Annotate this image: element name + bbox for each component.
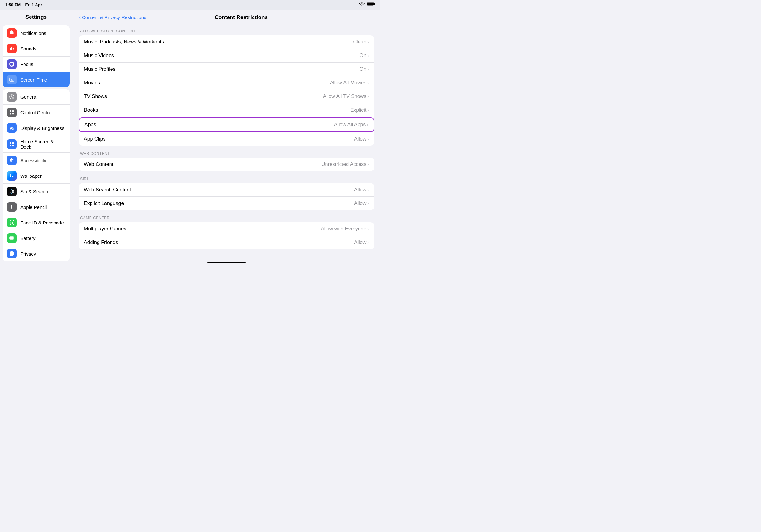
sidebar-item-control[interactable]: Control Centre [3, 105, 70, 120]
chevron-right-icon: › [367, 122, 369, 127]
battery-icon-sidebar [7, 233, 17, 243]
settings-row-addingfriends[interactable]: Adding Friends Allow › [79, 236, 374, 249]
accessibility-icon [7, 156, 17, 165]
svg-point-20 [12, 190, 14, 193]
sidebar-item-siri[interactable]: Siri & Search [3, 184, 70, 199]
focus-icon [7, 59, 17, 69]
control-icon [7, 108, 17, 117]
chevron-right-icon: › [368, 94, 369, 99]
content-header: ‹ Content & Privacy Restrictions Content… [72, 10, 380, 24]
svg-rect-31 [14, 238, 15, 239]
svg-rect-15 [12, 145, 14, 146]
settings-row-tvshows[interactable]: TV Shows Allow All TV Shows › [79, 90, 374, 103]
home-bar [207, 262, 246, 263]
chevron-right-icon: › [368, 39, 369, 44]
settings-row-explicitlang[interactable]: Explicit Language Allow › [79, 197, 374, 210]
settings-group-game: Multiplayer Games Allow with Everyone › … [79, 222, 374, 249]
back-button[interactable]: ‹ Content & Privacy Restrictions [79, 14, 146, 21]
sidebar-item-label: Battery [20, 236, 35, 241]
svg-rect-27 [13, 224, 14, 225]
svg-rect-25 [13, 220, 14, 221]
sidebar-item-pencil[interactable]: Apple Pencil [3, 199, 70, 215]
sidebar-item-notifications[interactable]: Notifications [3, 26, 70, 41]
home-indicator [72, 259, 380, 266]
chevron-right-icon: › [368, 240, 369, 245]
svg-point-28 [11, 222, 11, 223]
sidebar-group-2: General Control Centre A [3, 89, 70, 261]
back-label: Content & Privacy Restrictions [82, 15, 146, 20]
svg-point-7 [12, 110, 14, 112]
sidebar-item-focus[interactable]: Focus [3, 57, 70, 72]
chevron-right-icon: › [368, 136, 369, 141]
back-chevron-icon: ‹ [79, 14, 81, 21]
screentime-icon [7, 75, 17, 84]
sidebar-item-display[interactable]: A A Display & Brightness [3, 120, 70, 136]
svg-text:A: A [12, 127, 14, 130]
settings-row-webcontent[interactable]: Web Content Unrestricted Access › [79, 158, 374, 171]
sidebar-item-label: Apple Pencil [20, 204, 47, 210]
chevron-right-icon: › [368, 80, 369, 85]
svg-rect-32 [10, 238, 13, 239]
sidebar-item-label: Face ID & Passcode [20, 220, 64, 225]
siri-icon [7, 186, 17, 196]
svg-rect-1 [375, 3, 376, 5]
status-time: 1:50 PM Fri 1 Apr [5, 3, 42, 7]
battery-icon [367, 2, 376, 8]
sidebar-item-label: Display & Brightness [20, 126, 64, 131]
settings-row-musicvideos[interactable]: Music Videos On › [79, 49, 374, 63]
sidebar-item-label: Privacy [20, 251, 36, 256]
svg-rect-13 [12, 142, 14, 144]
sidebar-item-battery[interactable]: Battery [3, 231, 70, 246]
sidebar-item-faceid[interactable]: Face ID & Passcode [3, 215, 70, 231]
sidebar-item-sounds[interactable]: Sounds [3, 41, 70, 57]
svg-marker-3 [10, 46, 12, 51]
settings-row-movies[interactable]: Movies Allow All Movies › [79, 76, 374, 90]
sidebar-item-homescreen[interactable]: Home Screen & Dock [3, 136, 70, 153]
sidebar-item-wallpaper[interactable]: Wallpaper [3, 168, 70, 184]
sidebar-item-label: General [20, 94, 37, 100]
sidebar-item-accessibility[interactable]: Accessibility [3, 153, 70, 168]
sidebar-item-label: Sounds [20, 46, 36, 51]
wifi-icon [359, 2, 365, 8]
content-panel: ‹ Content & Privacy Restrictions Content… [72, 10, 380, 266]
chevron-right-icon: › [368, 187, 369, 192]
settings-row-apps[interactable]: Apps Allow All Apps › [79, 118, 374, 132]
sidebar-item-label: Home Screen & Dock [20, 139, 65, 149]
settings-row-musicprofiles[interactable]: Music Profiles On › [79, 63, 374, 76]
settings-row-books[interactable]: Books Explicit › [79, 103, 374, 117]
sidebar-item-label: Focus [20, 62, 33, 67]
content-scroll: ALLOWED STORE CONTENT Music, Podcasts, N… [72, 24, 380, 259]
pencil-icon [7, 202, 17, 212]
sounds-icon [7, 44, 17, 53]
svg-point-9 [12, 113, 14, 115]
sidebar: Settings Notifications [0, 10, 72, 266]
homescreen-icon [7, 139, 17, 149]
chevron-right-icon: › [368, 108, 369, 113]
privacy-icon [7, 249, 17, 258]
general-icon [7, 92, 17, 102]
settings-row-music[interactable]: Music, Podcasts, News & Workouts Clean › [79, 35, 374, 49]
svg-point-29 [12, 222, 13, 223]
svg-rect-14 [10, 145, 11, 146]
apps-row-wrapper: Apps Allow All Apps › [79, 118, 374, 132]
sidebar-item-label: Wallpaper [20, 173, 42, 179]
section-header-siri: SIRI [79, 172, 374, 183]
settings-row-websearch[interactable]: Web Search Content Allow › [79, 183, 374, 197]
settings-row-multiplayer[interactable]: Multiplayer Games Allow with Everyone › [79, 222, 374, 236]
sidebar-item-privacy[interactable]: Privacy [3, 246, 70, 261]
section-header-store: ALLOWED STORE CONTENT [79, 24, 374, 35]
status-bar: 1:50 PM Fri 1 Apr [0, 0, 380, 10]
chevron-right-icon: › [368, 201, 369, 206]
sidebar-item-label: Screen Time [20, 77, 47, 82]
svg-point-8 [10, 113, 11, 115]
settings-group-web: Web Content Unrestricted Access › [79, 158, 374, 171]
section-header-web: WEB CONTENT [79, 146, 374, 158]
wallpaper-icon [7, 171, 17, 181]
sidebar-item-general[interactable]: General [3, 89, 70, 105]
sidebar-item-screentime[interactable]: Screen Time [3, 72, 70, 87]
svg-rect-2 [367, 3, 374, 6]
settings-row-appclips[interactable]: App Clips Allow › [79, 133, 374, 146]
chevron-right-icon: › [368, 53, 369, 58]
svg-rect-23 [11, 205, 12, 205]
svg-marker-22 [11, 209, 12, 209]
